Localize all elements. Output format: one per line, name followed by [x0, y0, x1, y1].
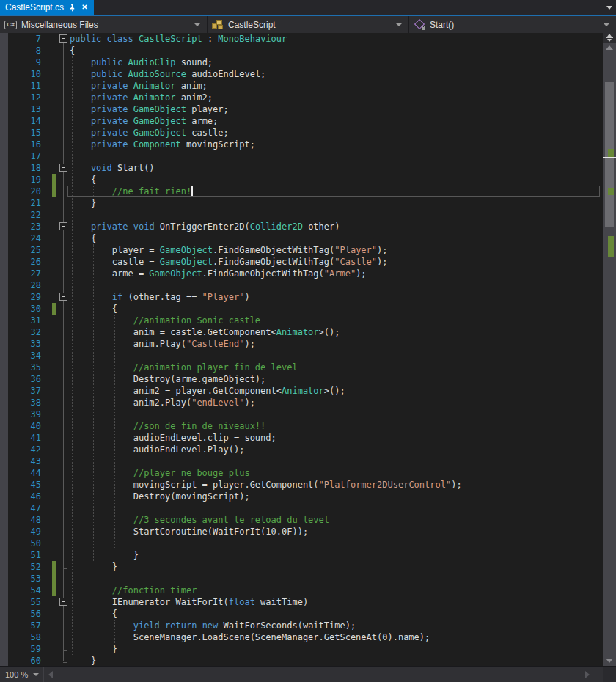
code-line[interactable]: {	[91, 232, 96, 244]
code-line[interactable]: //animation Sonic castle	[133, 315, 260, 326]
code-line[interactable]: anim = castle.GetComponent<Animator>();	[133, 326, 340, 338]
code-line[interactable]: //son de fin de niveaux!!	[133, 420, 266, 432]
line-number: 37	[8, 385, 41, 397]
chevron-down-icon	[33, 673, 39, 676]
code-line[interactable]: void Start()	[91, 162, 155, 174]
collapse-region-toggle[interactable]	[59, 293, 67, 301]
code-token: GameObject	[160, 257, 213, 267]
code-token: "Castle"	[334, 257, 377, 267]
code-line[interactable]: {	[112, 303, 117, 315]
code-line[interactable]: castle = GameObject.FindGameObjectWithTa…	[112, 256, 388, 268]
code-line[interactable]: }	[112, 643, 117, 655]
vertical-scrollbar[interactable]	[603, 33, 616, 666]
line-number: 20	[8, 186, 41, 197]
zoom-control[interactable]: 100 %	[0, 667, 44, 682]
code-token: castle =	[112, 257, 160, 267]
code-line[interactable]: public AudioSource audioEndLevel;	[91, 68, 265, 80]
code-line[interactable]: private GameObject castle;	[91, 127, 229, 139]
collapse-region-toggle[interactable]	[59, 34, 67, 43]
scroll-left-arrow-icon[interactable]	[48, 671, 53, 678]
document-list-dropdown-icon[interactable]	[606, 6, 612, 10]
code-line[interactable]: yield return new WaitForSeconds(waitTime…	[133, 620, 356, 631]
code-line[interactable]: SceneManager.LoadScene(SceneManager.GetS…	[133, 631, 430, 643]
scrollbar-change-mark	[608, 188, 614, 195]
scroll-down-arrow-icon[interactable]	[606, 659, 613, 663]
code-line[interactable]: audioEndLevel.clip = sound;	[133, 432, 276, 444]
code-line[interactable]: arme = GameObject.FindGameObjectWithTag(…	[112, 268, 367, 279]
code-token: >();	[324, 386, 345, 396]
code-line[interactable]: private Animator anim2;	[91, 92, 213, 103]
code-line[interactable]: Destroy(movingScript);	[133, 491, 250, 502]
code-token	[128, 139, 133, 150]
code-line[interactable]: {	[91, 174, 96, 186]
collapse-region-toggle[interactable]	[59, 598, 67, 606]
scroll-right-arrow-icon[interactable]	[585, 671, 590, 678]
code-line[interactable]: IEnumerator WaitForIt(float waitTime)	[112, 596, 308, 608]
pin-icon[interactable]	[68, 4, 76, 12]
code-line[interactable]: //fonction timer	[112, 584, 197, 596]
code-line[interactable]: private Component movingScript;	[91, 139, 255, 150]
code-token: StartCoroutine(WaitForIt(10.0F));	[133, 527, 308, 537]
code-line[interactable]: Destroy(arme.gameObject);	[133, 373, 266, 385]
code-line[interactable]: }	[91, 197, 96, 209]
code-line[interactable]: private void OnTriggerEnter2D(Collider2D…	[91, 221, 340, 232]
code-token: {	[112, 609, 117, 619]
outline-end-tick	[63, 205, 67, 205]
code-line[interactable]: anim2 = player.GetComponent<Animator>();	[133, 385, 345, 397]
code-token: );	[377, 245, 387, 255]
code-line[interactable]: anim.Play("CastleEnd");	[133, 338, 255, 350]
outline-end-tick	[63, 650, 67, 651]
type-dropdown-label: CastleScript	[228, 20, 276, 30]
scrollbar-caret-mark	[603, 157, 616, 158]
code-token: "Player"	[334, 245, 377, 255]
code-token: GameObject	[133, 104, 186, 114]
code-token: arme;	[186, 116, 218, 126]
code-line[interactable]: {	[70, 45, 75, 56]
type-dropdown[interactable]: CastleScript	[208, 16, 409, 33]
horizontal-scrollbar[interactable]: 100 %	[0, 666, 616, 682]
code-line[interactable]: private GameObject player;	[91, 103, 229, 115]
line-number: 19	[8, 174, 41, 186]
code-line[interactable]: //3 secondes avant le reload du level	[133, 514, 329, 526]
code-line[interactable]: }	[112, 561, 117, 573]
code-editor[interactable]: 7public class CastleScript : MonoBehavio…	[0, 33, 603, 666]
line-number: 46	[8, 491, 41, 502]
tab-title: CastleScript.cs	[5, 2, 64, 12]
code-line[interactable]: {	[112, 608, 117, 620]
code-line[interactable]: movingScript = player.GetComponent("Plat…	[133, 479, 462, 491]
code-line[interactable]: //animation player fin de level	[133, 362, 298, 373]
code-line[interactable]: }	[133, 549, 139, 561]
code-token	[128, 128, 133, 138]
code-line[interactable]: private Animator anim;	[91, 80, 208, 92]
code-line[interactable]: }	[91, 655, 96, 666]
code-line[interactable]: private GameObject arme;	[91, 115, 218, 127]
code-line[interactable]: player = GameObject.FindGameObjectWithTa…	[112, 244, 388, 256]
scroll-up-arrow-icon[interactable]	[606, 45, 613, 50]
code-token: return	[165, 620, 197, 631]
breakpoint-margin[interactable]	[0, 33, 8, 666]
chevron-down-icon	[194, 23, 200, 26]
code-line[interactable]: public class CastleScript : MonoBehaviou…	[70, 33, 287, 45]
code-token: if	[112, 292, 122, 302]
collapse-region-toggle[interactable]	[59, 164, 67, 172]
code-line[interactable]: public AudioClip sound;	[91, 56, 213, 68]
split-window-handle[interactable]	[603, 33, 616, 43]
close-icon[interactable]: ✕	[81, 4, 89, 12]
code-token: //son de fin de niveaux!!	[133, 421, 266, 431]
code-token: new	[202, 620, 219, 631]
code-line[interactable]: //player ne bouge plus	[133, 467, 250, 479]
code-line[interactable]: StartCoroutine(WaitForIt(10.0F));	[133, 526, 308, 538]
project-dropdown[interactable]: C# Miscellaneous Files	[0, 16, 208, 33]
code-line[interactable]: //ne fait rien!	[112, 186, 191, 197]
member-dropdown[interactable]: Start()	[409, 16, 616, 33]
outline-end-tick	[63, 557, 67, 557]
line-number: 18	[8, 162, 41, 174]
code-line[interactable]: anim2.Play("endLevel");	[133, 397, 255, 408]
code-line[interactable]: if (other.tag == "Player")	[112, 291, 250, 303]
tab-castlescript[interactable]: CastleScript.cs ✕	[0, 0, 94, 15]
line-number: 47	[8, 502, 41, 514]
code-token: private	[91, 221, 128, 232]
collapse-region-toggle[interactable]	[59, 222, 67, 230]
member-dropdown-label: Start()	[430, 20, 454, 30]
code-line[interactable]: audioEndLevel.Play();	[133, 444, 245, 455]
